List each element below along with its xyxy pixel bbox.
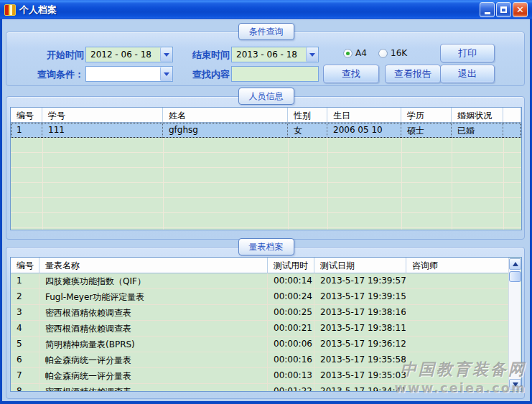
cell-test-duration: 00:00:25 [268, 305, 314, 321]
cell-test-date: 2013-5-17 19:35:58 [314, 352, 406, 368]
table-row[interactable]: 3 密西根酒精依赖调查表 00:00:25 2013-5-17 19:38:16 [11, 305, 509, 321]
cell-counselor [406, 273, 509, 289]
table-row[interactable]: 7 帕金森病统一评分量表 00:00:13 2013-5-17 19:35:03 [11, 368, 509, 384]
maximize-icon [500, 6, 507, 13]
cell-scale-name: 简明精神病量表(BPRS) [39, 337, 268, 352]
search-button[interactable]: 查找 [323, 65, 379, 83]
chevron-down-icon [164, 53, 169, 57]
chevron-down-icon [309, 53, 315, 57]
cell-birthday: 2006 05 10 [327, 123, 401, 138]
table-row[interactable]: 1 四肢瘫痪功能指数（QIF） 00:00:14 2013-5-17 19:39… [11, 273, 509, 289]
window-title: 个人档案 [19, 4, 480, 17]
end-time-value: 2013 - 06 - 18 [232, 47, 306, 62]
app-icon [4, 4, 16, 16]
column-header[interactable]: 咨询师 [406, 258, 509, 273]
table-row[interactable]: 8 密西根酒精依赖调查表 00:01:22 2013-5-17 19:34:41 [11, 384, 509, 392]
window-content: 条件查询 开始时间： 2012 - 06 - 18 结束时间： 2013 - 0… [2, 19, 530, 401]
cell-test-date: 2013-5-17 19:35:03 [314, 368, 406, 384]
person-group-label: 人员信息 [238, 88, 294, 105]
scroll-down-button[interactable] [509, 379, 521, 390]
cell-scale-name: 密西根酒精依赖调查表 [39, 384, 268, 392]
cell-id: 4 [11, 321, 39, 337]
cell-test-date: 2013-5-17 19:39:57 [314, 273, 406, 289]
column-header[interactable]: 学号 [42, 108, 163, 123]
start-time-value: 2012 - 06 - 18 [86, 47, 160, 62]
cell-name: gfghsg [163, 123, 288, 138]
scrollbar[interactable] [508, 258, 521, 390]
column-header[interactable]: 学历 [401, 108, 452, 123]
paper-16k-radio[interactable]: 16K [378, 48, 407, 58]
chevron-down-icon [164, 72, 169, 76]
end-time-combobox[interactable]: 2013 - 06 - 18 [231, 47, 319, 62]
start-time-combobox[interactable]: 2012 - 06 - 18 [85, 47, 173, 62]
view-report-button[interactable]: 查看报告 [385, 65, 441, 83]
scale-table-header: 编号 量表名称 测试用时 测试日期 咨询师 [11, 258, 509, 273]
cell-test-duration: 00:00:16 [268, 352, 314, 368]
print-button[interactable]: 打印 [440, 44, 495, 62]
minimize-button[interactable] [480, 2, 495, 17]
titlebar: 个人档案 ✕ [0, 0, 532, 19]
column-header-filler [503, 108, 521, 123]
cell-gender: 女 [288, 123, 327, 138]
cell-id: 6 [11, 352, 39, 368]
scrollbar-thumb[interactable] [509, 271, 521, 282]
cell-scale-name: Fugl-Meyer功能评定量表 [39, 289, 268, 305]
paper-a4-label: A4 [355, 48, 367, 58]
column-header[interactable]: 性别 [288, 108, 327, 123]
app-window: 个人档案 ✕ 条件查询 开始时间： 2012 - 06 - 18 结束时间： 2… [0, 0, 532, 404]
column-header[interactable]: 生日 [327, 108, 401, 123]
person-table: 编号 学号 姓名 性别 生日 学历 婚姻状况 1 111 gfghsg [10, 107, 522, 230]
cell-test-duration: 00:00:13 [268, 368, 314, 384]
person-table-header: 编号 学号 姓名 性别 生日 学历 婚姻状况 [11, 108, 521, 123]
cell-student-no: 111 [42, 123, 163, 138]
cell-marital-status: 已婚 [452, 123, 503, 138]
table-row[interactable]: 5 简明精神病量表(BPRS) 00:00:06 2013-5-17 19:36… [11, 337, 509, 352]
paper-16k-label: 16K [391, 48, 407, 58]
cell-test-date: 2013-5-17 19:38:16 [314, 305, 406, 321]
search-content-input[interactable] [231, 66, 319, 82]
start-time-dropdown-button[interactable] [160, 47, 172, 62]
cell-id: 2 [11, 289, 39, 305]
cell-test-duration: 00:00:14 [268, 273, 314, 289]
column-header[interactable]: 编号 [11, 258, 39, 273]
cell-id: 7 [11, 368, 39, 384]
arrow-up-icon [513, 262, 518, 266]
cell-counselor [406, 352, 509, 368]
column-header[interactable]: 量表名称 [39, 258, 268, 273]
person-table-body: 1 111 gfghsg 女 2006 05 10 硕士 已婚 [11, 123, 521, 138]
close-button[interactable]: ✕ [513, 2, 528, 17]
scroll-up-button[interactable] [509, 258, 521, 270]
column-header[interactable]: 婚姻状况 [452, 108, 503, 123]
cell-id: 5 [11, 337, 39, 352]
cell-counselor [406, 337, 509, 352]
query-condition-dropdown-button[interactable] [160, 67, 172, 81]
query-condition-value [86, 67, 160, 81]
cell-test-date: 2013-5-17 19:39:15 [314, 289, 406, 305]
column-header[interactable]: 测试用时 [268, 258, 314, 273]
cell-test-duration: 00:00:21 [268, 321, 314, 337]
cell-education: 硕士 [401, 123, 452, 138]
scales-group-label: 量表档案 [238, 238, 294, 255]
cell-id: 1 [11, 273, 39, 289]
cell-scale-name: 密西根酒精依赖调查表 [39, 321, 268, 337]
cell-scale-name: 密西根酒精依赖调查表 [39, 305, 268, 321]
column-header[interactable]: 测试日期 [314, 258, 406, 273]
table-row[interactable]: 2 Fugl-Meyer功能评定量表 00:00:24 2013-5-17 19… [11, 289, 509, 305]
cell-scale-name: 帕金森病统一评分量表 [39, 352, 268, 368]
cell-test-date: 2013-5-17 19:36:12 [314, 337, 406, 352]
paper-a4-radio[interactable]: A4 [343, 48, 367, 58]
cell-test-date: 2013-5-17 19:38:11 [314, 321, 406, 337]
cell-counselor [406, 368, 509, 384]
table-row[interactable]: 1 111 gfghsg 女 2006 05 10 硕士 已婚 [11, 123, 521, 138]
person-table-empty-area [11, 138, 521, 230]
table-row[interactable]: 6 帕金森病统一评分量表 00:00:16 2013-5-17 19:35:58 [11, 352, 509, 368]
column-header[interactable]: 编号 [11, 108, 42, 123]
cell-test-duration: 00:00:24 [268, 289, 314, 305]
table-row[interactable]: 4 密西根酒精依赖调查表 00:00:21 2013-5-17 19:38:11 [11, 321, 509, 337]
cell-id: 8 [11, 384, 39, 392]
column-header[interactable]: 姓名 [163, 108, 288, 123]
exit-button[interactable]: 退出 [440, 65, 495, 83]
query-condition-combobox[interactable] [85, 66, 173, 82]
end-time-dropdown-button[interactable] [306, 47, 318, 62]
maximize-button[interactable] [496, 2, 511, 17]
